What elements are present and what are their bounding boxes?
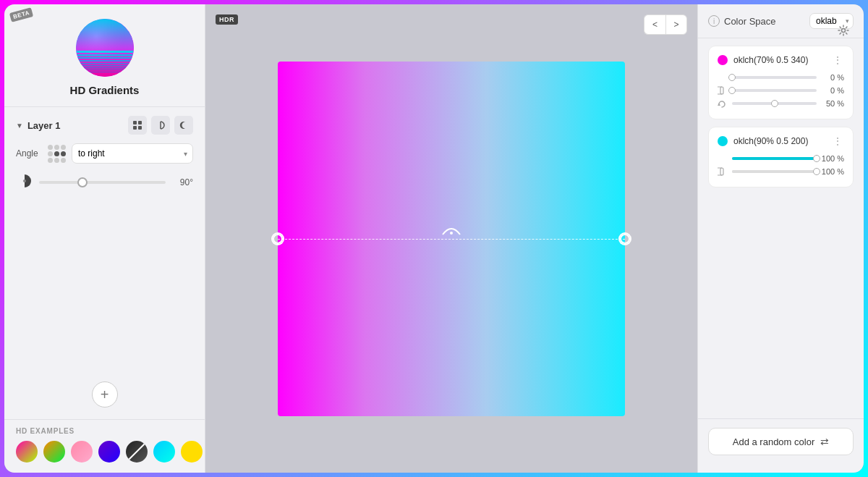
swatch-dark-diagonal[interactable] <box>126 441 148 463</box>
layer-icons <box>128 116 193 135</box>
color-stop-1: oklch(70% 0.5 340) ⋮ 0 % <box>708 46 854 119</box>
add-layer-button[interactable]: + <box>92 381 118 408</box>
swatch-cyan[interactable] <box>153 441 175 463</box>
stop-2-menu[interactable]: ⋮ <box>831 135 844 148</box>
midpoint-handle[interactable] <box>441 221 461 239</box>
stop-1-slider-1-row: 0 % <box>718 72 844 83</box>
right-panel-top: i Color Space oklab oklch srgb hsl <box>698 13 864 38</box>
app-title: HD Gradients <box>70 84 140 96</box>
dot-mm <box>54 151 59 156</box>
nav-arrows: < > <box>644 14 687 35</box>
stop-1-slider-2-row: 0 % <box>718 85 844 96</box>
dot-br <box>61 158 66 163</box>
swatch-pink-green[interactable] <box>16 441 38 463</box>
angle-select-wrap[interactable]: to right to left to top to bottom <box>72 143 193 164</box>
crescent-button[interactable] <box>174 116 193 135</box>
shuffle-icon: ⇄ <box>820 436 829 447</box>
svg-marker-22 <box>718 103 720 106</box>
half-circle-button[interactable] <box>151 116 170 135</box>
angle-slider-thumb[interactable] <box>77 177 88 187</box>
stop-2-slider-1-thumb[interactable] <box>813 155 820 162</box>
gradient-stop-right[interactable] <box>620 234 630 244</box>
stop-1-slider-3-icon <box>718 98 728 109</box>
stop-1-slider-3-row: 50 % <box>718 98 844 109</box>
dots-grid[interactable] <box>48 145 66 163</box>
stop-2-slider-1-track[interactable] <box>732 157 817 160</box>
svg-line-17 <box>126 441 148 463</box>
angle-icon <box>16 172 33 193</box>
angle-pie-icon <box>16 172 33 190</box>
swatch-orange-green[interactable] <box>43 441 65 463</box>
stop-1-slider-2-thumb[interactable] <box>728 87 736 94</box>
stop-2-slider-2-value: 100 % <box>821 167 844 176</box>
color-stop-2-header: oklch(90% 0.5 200) ⋮ <box>718 135 844 148</box>
sidebar: BETA <box>4 4 205 473</box>
layer-collapse-arrow[interactable]: ▼ <box>16 122 23 130</box>
gradient-guide-line <box>278 239 625 240</box>
nav-next-button[interactable]: > <box>665 14 687 35</box>
angle-row: Angle to right to left to t <box>16 143 193 164</box>
hd-examples-section: HD EXAMPLES <box>4 419 205 473</box>
stop-1-slider-2-value: 0 % <box>821 86 844 95</box>
svg-point-16 <box>23 180 26 182</box>
add-random-button[interactable]: Add a random color ⇄ <box>708 428 854 455</box>
beta-badge: BETA <box>9 7 33 22</box>
app-logo <box>76 19 134 77</box>
stop-2-slider-2-fill <box>732 170 817 173</box>
gear-icon <box>838 25 849 36</box>
stop-1-slider-1-icon <box>718 72 728 83</box>
stop-2-dot[interactable] <box>718 136 728 146</box>
gradient-stop-left[interactable] <box>273 234 283 244</box>
dot-tr <box>61 145 66 150</box>
add-random-section: Add a random color ⇄ <box>698 418 864 464</box>
half-circle-icon <box>156 120 166 130</box>
nav-prev-button[interactable]: < <box>644 14 665 35</box>
stop-2-slider-1-value: 100 % <box>821 154 844 163</box>
stop-1-slider-2-track[interactable] <box>732 89 817 92</box>
dark-swatch-icon <box>126 441 148 463</box>
stop-1-slider-3-fill <box>732 102 775 105</box>
stop-1-label: oklch(70% 0.5 340) <box>733 55 825 65</box>
angle-slider-track[interactable] <box>39 181 166 184</box>
hdr-badge: HDR <box>216 14 238 25</box>
svg-rect-15 <box>138 126 142 130</box>
angle-degree: 90° <box>171 177 193 187</box>
stop-1-slider-1-thumb[interactable] <box>728 74 736 81</box>
stop-1-slider-3-thumb[interactable] <box>771 100 778 107</box>
stop-2-label: oklch(90% 0.5 200) <box>733 136 825 146</box>
stop-1-slider-1-track[interactable] <box>732 76 817 79</box>
example-swatches <box>16 441 193 463</box>
swatch-pink-light[interactable] <box>71 441 93 463</box>
color-space-label: Color Space <box>724 16 805 27</box>
stop-2-slider-2-track[interactable] <box>732 170 817 173</box>
layer-title-row: ▼ Layer 1 <box>16 120 60 131</box>
info-icon[interactable]: i <box>708 15 720 27</box>
add-btn-area: + <box>4 376 205 419</box>
stop-2-slider-1-row: 100 % <box>718 153 844 164</box>
color-stops-area: oklch(70% 0.5 340) ⋮ 0 % <box>698 38 864 418</box>
right-panel: i Color Space oklab oklch srgb hsl <box>697 4 864 473</box>
svg-rect-14 <box>133 126 137 130</box>
stop-2-slider-1-fill <box>732 157 817 160</box>
grid-view-button[interactable] <box>128 116 147 135</box>
stop-1-slider-3-track[interactable] <box>732 102 817 105</box>
stop-2-slider-1-icon <box>718 153 728 164</box>
stop-1-dot[interactable] <box>718 55 728 65</box>
angle-select[interactable]: to right to left to top to bottom <box>72 143 193 164</box>
angle-slider-row: 90° <box>16 172 193 193</box>
svg-point-18 <box>450 232 453 235</box>
nav-prev-icon: < <box>652 20 658 30</box>
gradient-canvas[interactable] <box>278 62 625 416</box>
stop-2-slider-2-thumb[interactable] <box>813 168 820 175</box>
swatch-purple-blue[interactable] <box>98 441 120 463</box>
link-icon-2 <box>718 166 726 177</box>
dot-tm <box>54 145 59 150</box>
canvas-area: HDR < > <box>205 4 697 473</box>
color-stop-2: oklch(90% 0.5 200) ⋮ 100 % <box>708 127 854 187</box>
swatch-yellow[interactable] <box>181 441 203 463</box>
stop-1-slider-1-value: 0 % <box>821 73 844 82</box>
dot-tl <box>48 145 53 150</box>
hd-examples-label: HD EXAMPLES <box>16 427 193 435</box>
gear-button[interactable] <box>833 20 854 41</box>
stop-1-menu[interactable]: ⋮ <box>831 54 844 67</box>
